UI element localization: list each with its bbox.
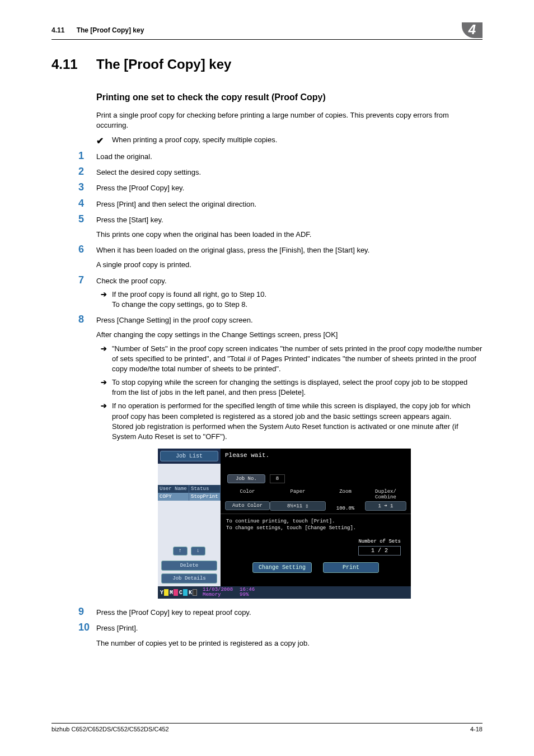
- page-footer: bizhub C652/C652DS/C552/C552DS/C452 4-18: [51, 723, 483, 732]
- intro-paragraph: Print a single proof copy for checking b…: [96, 110, 483, 130]
- toner-m-icon: [174, 589, 178, 596]
- step-number: 9: [78, 606, 96, 617]
- running-header: 4.11 The [Proof Copy] key 4: [51, 22, 483, 40]
- col-zoom: Zoom: [326, 489, 365, 500]
- toner-c-label: C: [179, 590, 182, 596]
- step-text: Press [Change Setting] in the proof copy…: [96, 315, 483, 325]
- status-message: Please wait.: [221, 449, 411, 462]
- step-text: When it has been loaded on the original …: [96, 245, 483, 255]
- print-button[interactable]: Print: [323, 562, 379, 573]
- toner-y-label: Y: [160, 590, 163, 596]
- step-subtext: This prints one copy when the original h…: [96, 230, 483, 240]
- toner-y-icon: [164, 589, 168, 596]
- note-line: ✔ When printing a proof copy, specify mu…: [96, 136, 483, 146]
- heading-2: Printing one set to check the copy resul…: [96, 92, 483, 102]
- toner-c-icon: [183, 589, 188, 596]
- step-text: Select the desired copy settings.: [96, 167, 483, 178]
- val-paper: 8½×11 ▯: [270, 501, 326, 511]
- scroll-up-button[interactable]: ↑: [173, 547, 188, 556]
- note-text: When printing a proof copy, specify mult…: [112, 136, 277, 146]
- step-text: Press the [Start] key.: [96, 215, 483, 225]
- toner-k-icon: [193, 589, 197, 596]
- footer-product: bizhub C652/C652DS/C552/C552DS/C452: [51, 726, 169, 732]
- col-color: Color: [225, 489, 270, 500]
- running-section-title: The [Proof Copy] key: [77, 26, 144, 34]
- step-subtext: The number of copies yet to be printed i…: [96, 638, 483, 648]
- val-duplex: 1 ➜ 1: [365, 501, 406, 511]
- step-bullet: To stop copying while the screen for cha…: [112, 377, 483, 398]
- step-text: Check the proof copy.: [96, 276, 483, 286]
- step-text: Press the [Proof Copy] key to repeat pro…: [96, 608, 483, 618]
- toner-m-label: M: [170, 590, 173, 596]
- step-number: 3: [78, 182, 96, 192]
- h1-title: The [Proof Copy] key: [96, 57, 231, 72]
- instruction-line: To change settings, touch [Change Settin…: [226, 525, 405, 532]
- job-user[interactable]: COPY: [158, 493, 189, 501]
- val-zoom: 100.0%: [326, 501, 365, 511]
- toner-k-label: K: [189, 590, 192, 596]
- step-number: 6: [78, 244, 96, 269]
- step-text: Load the original.: [96, 152, 483, 162]
- scroll-down-button[interactable]: ↓: [191, 547, 205, 556]
- instruction-line: To continue printing, touch [Print].: [226, 519, 405, 525]
- job-no-label: Job No.: [227, 474, 265, 483]
- step-text: Press [Print].: [96, 623, 483, 633]
- step-text: Press the [Proof Copy] key.: [96, 183, 483, 193]
- job-details-button[interactable]: Job Details: [161, 573, 217, 584]
- val-color: Auto Color: [225, 501, 270, 510]
- toner-levels: Y M C K: [160, 589, 197, 596]
- chapter-number-tab: 4: [462, 22, 483, 38]
- running-section-number: 4.11: [51, 26, 64, 34]
- job-no-value: 8: [270, 474, 285, 483]
- step-bullet: If no operation is performed for the spe…: [112, 401, 483, 442]
- col-user-name: User Name: [158, 485, 189, 493]
- step-bullet: "Number of Sets" in the proof copy scree…: [112, 344, 483, 375]
- arrow-icon: ➔: [99, 401, 112, 442]
- col-paper: Paper: [270, 489, 326, 500]
- step-number: 7: [78, 275, 96, 309]
- step-subtext: After changing the copy settings in the …: [96, 330, 483, 340]
- step-number: 8: [78, 314, 96, 441]
- h1-number: 4.11: [51, 57, 96, 72]
- step-number: 1: [78, 151, 96, 161]
- change-setting-button[interactable]: Change Setting: [252, 562, 312, 573]
- arrow-icon: ➔: [99, 377, 112, 398]
- num-sets-label: Number of Sets: [221, 539, 401, 544]
- step-number: 10: [78, 622, 96, 647]
- arrow-icon: ➔: [99, 344, 112, 375]
- footer-mem-value: 99%: [240, 592, 255, 598]
- check-icon: ✔: [96, 136, 112, 146]
- step-text: Press [Print] and then select the origin…: [96, 199, 483, 209]
- footer-page: 4-18: [470, 726, 483, 732]
- step-bullet: If the proof copy is found all right, go…: [112, 290, 483, 310]
- job-status[interactable]: StopPrint: [189, 493, 221, 501]
- footer-mem-label: Memory: [203, 592, 233, 598]
- num-sets-value: 1 / 2: [358, 546, 401, 556]
- device-screenshot: Job List User Name Status COPY StopPrint: [158, 449, 483, 599]
- step-number: 5: [78, 214, 96, 239]
- col-duplex: Duplex/ Combine: [365, 489, 406, 500]
- step-number: 4: [78, 198, 96, 208]
- heading-1: 4.11 The [Proof Copy] key: [51, 57, 483, 72]
- delete-button[interactable]: Delete: [161, 561, 217, 571]
- step-subtext: A single proof copy is printed.: [96, 260, 483, 270]
- col-status: Status: [189, 485, 221, 493]
- step-number: 2: [78, 166, 96, 176]
- job-list-tab[interactable]: Job List: [160, 451, 218, 461]
- arrow-icon: ➔: [99, 290, 112, 310]
